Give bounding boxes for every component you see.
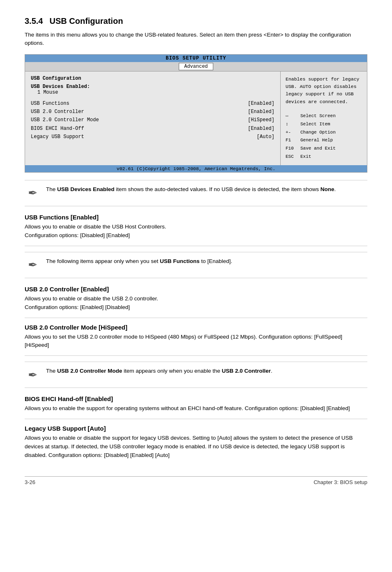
bios-rows: USB Functions[Enabled]USB 2.0 Controller… (31, 99, 274, 141)
bios-key-desc: Save and Exit (300, 145, 336, 153)
note-box-3: ✒ The USB 2.0 Controller Mode item appea… (25, 362, 367, 388)
divider-1 (25, 246, 367, 246)
subsection-bios-ehci: BIOS EHCI Hand-off [Enabled] Allows you … (25, 395, 367, 413)
intro-text: The items in this menu allows you to cha… (25, 31, 367, 48)
bios-key-row: F1General Help (286, 136, 362, 145)
bios-titlebar: BIOS SETUP UTILITY (25, 55, 367, 62)
note-icon-1: ✒ (25, 185, 40, 201)
bios-row-value: [Enabled] (248, 108, 274, 116)
bios-key-row: ↔Select Screen (286, 112, 362, 120)
bios-terminal-box: BIOS SETUP UTILITY Advanced USB Configur… (25, 54, 367, 173)
bios-key-symbol: ESC (286, 153, 297, 161)
bios-row-label: Legacy USB Support (31, 133, 84, 141)
bios-right-panel: Enables support for legacy USB. AUTO opt… (281, 72, 367, 165)
bios-row-value: [Auto] (257, 133, 274, 141)
page-footer: 3-26 Chapter 3: BIOS setup (25, 476, 367, 485)
subsection-usb20-controller: USB 2.0 Controller [Enabled] Allows you … (25, 286, 367, 312)
bios-row[interactable]: BIOS EHCI Hand-Off[Enabled] (31, 125, 274, 133)
bios-left-panel: USB Configuration USB Devices Enabled: 1… (25, 72, 281, 165)
bios-key-symbol: ↔ (286, 112, 297, 120)
bios-row-value: [Enabled] (248, 99, 274, 108)
bios-key-symbol: F10 (286, 145, 297, 153)
note-icon-2: ✒ (25, 257, 40, 273)
bios-devices-value: 1 Mouse (37, 90, 274, 95)
subsection-title-usb20-controller: USB 2.0 Controller [Enabled] (25, 286, 367, 293)
subsection-title-legacy-usb: Legacy USB Support [Auto] (25, 425, 367, 432)
footer-right: Chapter 3: BIOS setup (314, 479, 367, 485)
note-text-1: The USB Devices Enabled item shows the a… (46, 185, 336, 194)
bios-key-desc: Select Item (300, 120, 330, 129)
subsection-usb20-mode: USB 2.0 Controller Mode [HiSpeed] Allows… (25, 324, 367, 350)
bios-key-row: F10Save and Exit (286, 145, 362, 153)
bios-footer: v02.61 (C)Copyright 1985-2008, American … (25, 165, 367, 172)
bios-key-row: +-Change Option (286, 129, 362, 137)
bios-row-value: [HiSpeed] (248, 116, 274, 124)
bios-key-desc: Change Option (300, 129, 336, 137)
bios-row[interactable]: USB 2.0 Controller[Enabled] (31, 108, 274, 116)
bios-key-desc: Exit (300, 153, 311, 161)
bios-devices-group: USB Devices Enabled: 1 Mouse (31, 84, 274, 95)
bios-help-text: Enables support for legacy USB. AUTO opt… (286, 76, 362, 106)
subsection-body-legacy-usb: Allows you to enable or disable the supp… (25, 434, 367, 460)
note-icon-3: ✒ (25, 367, 40, 383)
note-box-2: ✒ The following items appear only when y… (25, 252, 367, 278)
subsection-title-usb20-mode: USB 2.0 Controller Mode [HiSpeed] (25, 324, 367, 331)
bios-key-symbol: +- (286, 129, 297, 137)
divider-3 (25, 355, 367, 356)
bios-section-label: USB Configuration (31, 76, 274, 81)
bios-key-legend: ↔Select Screen↕Select Item+-Change Optio… (286, 112, 362, 161)
section-number: 3.5.4 (25, 16, 43, 26)
section-title: USB Configuration (49, 16, 123, 26)
bios-row-label: BIOS EHCI Hand-Off (31, 125, 84, 133)
section-heading: 3.5.4 USB Configuration (25, 16, 367, 26)
bios-row[interactable]: USB 2.0 Controller Mode[HiSpeed] (31, 116, 274, 124)
bios-content: USB Configuration USB Devices Enabled: 1… (25, 72, 367, 165)
bios-tab-bar: Advanced (25, 62, 367, 72)
bios-key-row: ↕Select Item (286, 120, 362, 129)
subsection-body-bios-ehci: Allows you to enable the support for ope… (25, 404, 367, 413)
bios-row[interactable]: USB Functions[Enabled] (31, 99, 274, 108)
subsection-usb-functions: USB Functions [Enabled] Allows you to en… (25, 214, 367, 240)
bios-devices-label: USB Devices Enabled: (31, 84, 274, 90)
subsection-body-usb20-controller: Allows you to enable or disable the USB … (25, 295, 367, 312)
bios-key-desc: General Help (300, 136, 333, 145)
divider-2 (25, 318, 367, 318)
bios-key-row: ESCExit (286, 153, 362, 161)
subsection-legacy-usb: Legacy USB Support [Auto] Allows you to … (25, 425, 367, 460)
bios-row-label: USB Functions (31, 99, 69, 108)
bios-key-desc: Select Screen (300, 112, 336, 120)
bios-row-value: [Enabled] (248, 125, 274, 133)
note-text-2: The following items appear only when you… (46, 257, 232, 265)
note-text-3: The USB 2.0 Controller Mode item appears… (46, 367, 272, 375)
bios-tab-advanced[interactable]: Advanced (179, 63, 213, 70)
divider-4 (25, 419, 367, 419)
bios-row-label: USB 2.0 Controller (31, 108, 84, 116)
subsection-title-bios-ehci: BIOS EHCI Hand-off [Enabled] (25, 395, 367, 402)
bios-row-label: USB 2.0 Controller Mode (31, 116, 99, 124)
subsection-title-usb-functions: USB Functions [Enabled] (25, 214, 367, 221)
note-box-1: ✒ The USB Devices Enabled item shows the… (25, 180, 367, 206)
footer-left: 3-26 (25, 479, 35, 485)
bios-key-symbol: ↕ (286, 120, 297, 129)
bios-key-symbol: F1 (286, 136, 297, 145)
subsection-body-usb-functions: Allows you to enable or disable the USB … (25, 223, 367, 240)
bios-row[interactable]: Legacy USB Support[Auto] (31, 133, 274, 141)
subsection-body-usb20-mode: Allows you to set the USB 2.0 controller… (25, 333, 367, 350)
